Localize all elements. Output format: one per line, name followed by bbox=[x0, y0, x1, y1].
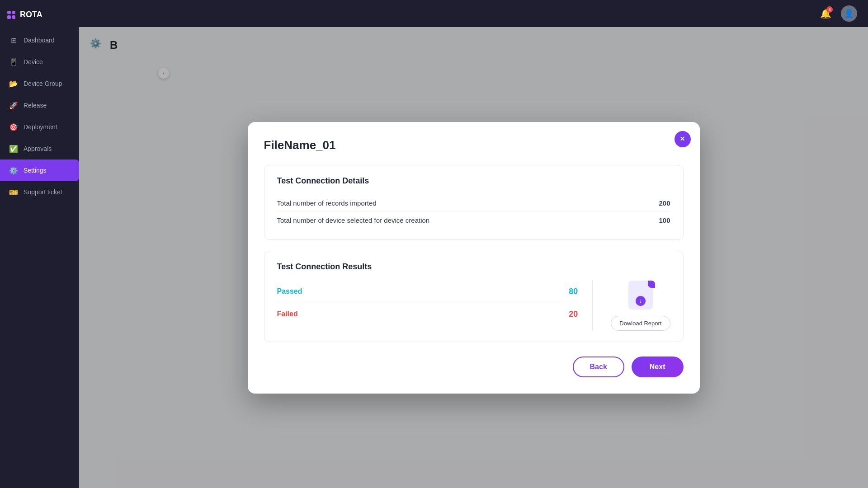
avatar[interactable]: 👤 bbox=[841, 5, 857, 22]
details-card-title: Test Connection Details bbox=[277, 176, 670, 186]
app-name: ROTA bbox=[20, 10, 42, 19]
modal-title: FileName_01 bbox=[264, 138, 684, 152]
detail-row-devices: Total number of device selected for devi… bbox=[277, 212, 670, 229]
sidebar-label-dashboard: Dashboard bbox=[24, 37, 55, 44]
sidebar: ROTA ⊞ Dashboard 📱 Device 📂 Device Group… bbox=[0, 0, 79, 488]
sidebar-label-device-group: Device Group bbox=[24, 80, 62, 87]
sidebar-label-device: Device bbox=[24, 58, 43, 66]
passed-result-row: Passed 80 bbox=[277, 281, 578, 303]
support-icon: 🎫 bbox=[9, 188, 18, 197]
devices-selected-label: Total number of device selected for devi… bbox=[277, 216, 430, 224]
passed-label: Passed bbox=[277, 287, 302, 296]
download-arrow-icon: ↓ bbox=[636, 296, 646, 306]
results-inner: Passed 80 Failed 20 bbox=[277, 281, 670, 331]
next-button[interactable]: Next bbox=[632, 357, 684, 377]
sidebar-nav: ⊞ Dashboard 📱 Device 📂 Device Group 🚀 Re… bbox=[0, 29, 79, 488]
deployment-icon: 🎯 bbox=[9, 122, 18, 131]
approvals-icon: ✅ bbox=[9, 144, 18, 153]
sidebar-item-device[interactable]: 📱 Device bbox=[0, 51, 79, 73]
release-icon: 🚀 bbox=[9, 101, 18, 110]
failed-result-row: Failed 20 bbox=[277, 303, 578, 325]
download-icon: ↓ bbox=[626, 281, 655, 310]
notification-button[interactable]: 🔔 4 bbox=[817, 5, 834, 22]
test-connection-results-card: Test Connection Results Passed 80 Failed… bbox=[264, 251, 684, 342]
sidebar-label-approvals: Approvals bbox=[24, 145, 52, 152]
topbar: 🔔 4 👤 bbox=[79, 0, 868, 27]
modal-overlay: × FileName_01 Test Connection Details To… bbox=[79, 27, 868, 488]
passed-value: 80 bbox=[569, 287, 578, 296]
settings-icon: ⚙️ bbox=[9, 166, 18, 175]
doc-corner bbox=[648, 281, 655, 288]
sidebar-label-support: Support ticket bbox=[24, 188, 62, 196]
devices-selected-value: 100 bbox=[659, 216, 670, 224]
failed-value: 20 bbox=[569, 310, 578, 319]
device-icon: 📱 bbox=[9, 57, 18, 66]
device-group-icon: 📂 bbox=[9, 79, 18, 88]
download-report-button[interactable]: Dowload Report bbox=[611, 316, 670, 331]
sidebar-label-settings: Settings bbox=[24, 167, 47, 174]
sidebar-item-deployment[interactable]: 🎯 Deployment bbox=[0, 116, 79, 138]
dashboard-icon: ⊞ bbox=[9, 36, 18, 45]
notification-badge: 4 bbox=[826, 6, 833, 13]
sidebar-label-deployment: Deployment bbox=[24, 123, 57, 131]
sidebar-item-settings[interactable]: ⚙️ Settings bbox=[0, 160, 79, 181]
results-right: ↓ Dowload Report bbox=[593, 281, 670, 331]
sidebar-item-dashboard[interactable]: ⊞ Dashboard bbox=[0, 29, 79, 51]
back-button[interactable]: Back bbox=[573, 357, 624, 377]
records-imported-label: Total number of records imported bbox=[277, 199, 377, 207]
sidebar-item-release[interactable]: 🚀 Release bbox=[0, 94, 79, 116]
sidebar-item-device-group[interactable]: 📂 Device Group bbox=[0, 73, 79, 94]
sidebar-label-release: Release bbox=[24, 102, 47, 109]
main-area: 🔔 4 👤 ⚙️ B ‹ × FileName_01 Test Connect bbox=[79, 0, 868, 488]
modal-dialog: × FileName_01 Test Connection Details To… bbox=[248, 122, 700, 394]
results-left: Passed 80 Failed 20 bbox=[277, 281, 593, 331]
records-imported-value: 200 bbox=[659, 199, 670, 207]
modal-close-button[interactable]: × bbox=[675, 131, 691, 147]
app-logo[interactable]: ROTA bbox=[0, 0, 79, 29]
modal-footer: Back Next bbox=[264, 357, 684, 377]
detail-row-records: Total number of records imported 200 bbox=[277, 195, 670, 212]
content-area: ⚙️ B ‹ × FileName_01 Test Connection Det… bbox=[79, 27, 868, 488]
sidebar-item-support[interactable]: 🎫 Support ticket bbox=[0, 181, 79, 203]
sidebar-item-approvals[interactable]: ✅ Approvals bbox=[0, 138, 79, 160]
results-card-title: Test Connection Results bbox=[277, 262, 670, 272]
test-connection-details-card: Test Connection Details Total number of … bbox=[264, 165, 684, 240]
logo-icon bbox=[7, 11, 15, 19]
failed-label: Failed bbox=[277, 310, 298, 318]
